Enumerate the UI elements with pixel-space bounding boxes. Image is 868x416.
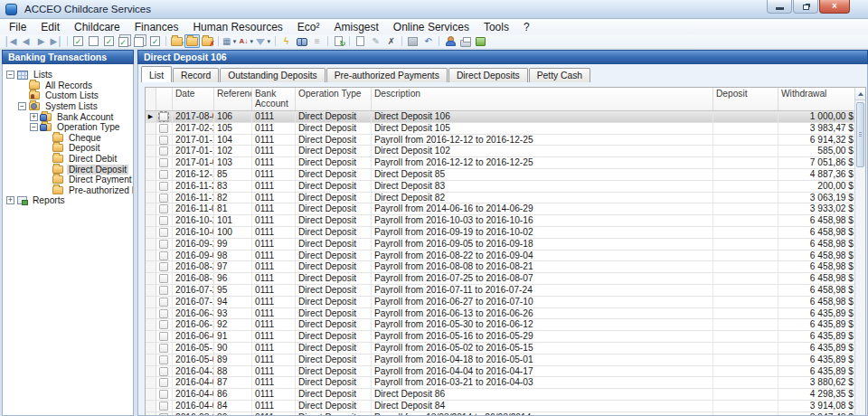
row-checkbox[interactable] bbox=[159, 158, 168, 167]
row-checkbox[interactable] bbox=[159, 194, 168, 203]
table-row[interactable]: 2017-02-231050111Direct DepositDirect De… bbox=[146, 123, 857, 135]
table-row[interactable]: ▶2017-08-081060111Direct DepositDirect D… bbox=[146, 111, 857, 123]
table-row[interactable]: 2016-09-22990111Direct DepositPayroll fr… bbox=[146, 239, 857, 251]
check-all-button[interactable]: ✓ bbox=[101, 34, 117, 48]
vertical-scrollbar[interactable] bbox=[854, 88, 865, 415]
row-checkbox[interactable] bbox=[159, 182, 168, 191]
row-checkbox[interactable] bbox=[159, 413, 168, 415]
find-button[interactable] bbox=[294, 34, 309, 48]
table-row[interactable]: 2016-04-21880111Direct DepositPayroll fr… bbox=[146, 366, 857, 378]
row-checkbox[interactable] bbox=[159, 136, 168, 145]
table-row[interactable]: 2016-08-25970111Direct DepositPayroll fr… bbox=[146, 261, 857, 273]
menu-edit[interactable]: Edit bbox=[33, 20, 67, 34]
table-row[interactable]: 2016-10-061000111Direct DepositPayroll f… bbox=[146, 227, 857, 239]
row-checkbox[interactable] bbox=[159, 112, 168, 121]
menu-childcare[interactable]: Childcare bbox=[67, 20, 127, 34]
table-row[interactable]: 2016-05-19900111Direct DepositPayroll fr… bbox=[146, 343, 857, 355]
copy-checked-button[interactable] bbox=[132, 34, 147, 48]
table-row[interactable]: 2016-11-03810111Direct DepositPayroll fr… bbox=[146, 203, 857, 215]
row-checkbox[interactable] bbox=[159, 228, 168, 237]
row-checkbox[interactable] bbox=[159, 286, 168, 295]
menu-amisgest[interactable]: Amisgest bbox=[327, 20, 386, 34]
view-grid-button[interactable]: ▦▼ bbox=[222, 34, 238, 48]
check-record-button[interactable]: ✓ bbox=[71, 34, 86, 48]
tree-item-direct-debit[interactable]: Direct Debit bbox=[3, 154, 133, 165]
row-checkbox[interactable] bbox=[159, 274, 168, 283]
expand-icon[interactable]: + bbox=[6, 196, 14, 204]
minimize-button[interactable] bbox=[767, 0, 792, 14]
row-checkbox[interactable] bbox=[159, 147, 168, 156]
table-row[interactable]: 2016-04-01840111Direct DepositDirect Dep… bbox=[146, 401, 857, 412]
row-checkbox[interactable] bbox=[159, 390, 168, 399]
delete-record-button[interactable]: ✗ bbox=[383, 34, 399, 48]
table-row[interactable]: 2016-12-15850111Direct DepositDirect Dep… bbox=[146, 169, 857, 181]
collapse-icon[interactable]: − bbox=[30, 123, 38, 131]
table-row[interactable]: 2016-06-16920111Direct DepositPayroll fr… bbox=[146, 319, 857, 331]
close-button[interactable]: × bbox=[819, 0, 850, 14]
check-multiple-button[interactable]: ✓ bbox=[117, 34, 132, 48]
filter-button[interactable]: ▼ bbox=[255, 34, 272, 48]
edit-record-button[interactable]: ✎ bbox=[368, 34, 383, 48]
tree-item-system-lists[interactable]: −System Lists bbox=[3, 101, 133, 112]
table-row[interactable]: 2016-11-17820111Direct DepositDirect Dep… bbox=[146, 193, 857, 204]
row-checkbox[interactable] bbox=[159, 170, 168, 179]
column-header-description[interactable]: Description bbox=[372, 88, 713, 110]
tree-item-pre-authorized-payment[interactable]: Pre-authorized Payment bbox=[3, 185, 133, 196]
tree-item-all-records[interactable]: All Records bbox=[3, 80, 133, 91]
undo-button[interactable]: ↶ bbox=[420, 34, 436, 48]
menu-file[interactable]: File bbox=[2, 20, 33, 34]
menu-online-services[interactable]: Online Services bbox=[386, 20, 476, 34]
tree-item-deposit[interactable]: Deposit bbox=[3, 143, 133, 154]
scroll-up-button[interactable] bbox=[855, 88, 865, 100]
table-row[interactable]: 2016-05-05890111Direct DepositPayroll fr… bbox=[146, 355, 857, 366]
table-row[interactable]: 2016-04-01860111Direct DepositDirect Dep… bbox=[146, 389, 857, 401]
expand-icon[interactable]: + bbox=[30, 113, 38, 121]
menu-eco[interactable]: Eco² bbox=[290, 20, 327, 34]
table-row[interactable]: 2016-11-22830111Direct DepositDirect Dep… bbox=[146, 181, 857, 193]
list-view-button[interactable]: ≡ bbox=[309, 34, 325, 48]
row-checkbox[interactable] bbox=[159, 251, 168, 260]
row-checkbox[interactable] bbox=[159, 344, 168, 353]
add-contact-button[interactable] bbox=[442, 34, 458, 48]
save-record-button[interactable] bbox=[405, 34, 420, 48]
table-row[interactable]: 2017-01-011030111Direct DepositPayroll f… bbox=[146, 157, 857, 169]
row-checkbox[interactable] bbox=[159, 309, 168, 318]
check-inverse-button[interactable]: ✓ bbox=[147, 34, 163, 48]
export-button[interactable] bbox=[473, 34, 488, 48]
column-header-deposit[interactable]: Deposit bbox=[713, 88, 778, 110]
print-button[interactable] bbox=[458, 34, 473, 48]
table-row[interactable]: 2016-07-14940111Direct DepositPayroll fr… bbox=[146, 297, 857, 308]
row-checkbox[interactable] bbox=[159, 332, 168, 341]
nav-first-button[interactable]: │◀ bbox=[3, 34, 18, 48]
menu-[interactable]: ? bbox=[516, 20, 537, 34]
row-checkbox[interactable] bbox=[159, 240, 168, 249]
nav-next-button[interactable]: ▶ bbox=[33, 34, 49, 48]
tree-item-reports[interactable]: +Reports bbox=[3, 195, 133, 206]
new-record-button[interactable] bbox=[353, 34, 368, 48]
tree-item-bank-account[interactable]: +Bank Account bbox=[3, 111, 133, 122]
filter-auto-button[interactable]: ϟ bbox=[278, 34, 294, 48]
table-row[interactable]: 2017-01-181040111Direct DepositPayroll f… bbox=[146, 135, 857, 147]
tab-outstanding-deposits[interactable]: Outstanding Deposits bbox=[220, 68, 325, 82]
row-checkbox[interactable] bbox=[159, 124, 168, 133]
column-header-reference[interactable]: Reference bbox=[214, 88, 252, 110]
row-checkbox[interactable] bbox=[159, 378, 168, 387]
sort-button[interactable]: A↓▼ bbox=[238, 34, 255, 48]
tab-petty-cash[interactable]: Petty Cash bbox=[529, 68, 590, 82]
scrollbar-thumb[interactable] bbox=[856, 102, 864, 167]
row-checkbox[interactable] bbox=[159, 402, 168, 411]
row-checkbox[interactable] bbox=[159, 298, 168, 307]
row-checkbox[interactable] bbox=[159, 367, 168, 376]
tree-item-direct-deposit[interactable]: Direct Deposit bbox=[3, 164, 133, 175]
folder-open-button[interactable] bbox=[184, 34, 200, 48]
row-checkbox[interactable] bbox=[159, 355, 168, 364]
column-header-bank-account[interactable]: Bank Account bbox=[252, 88, 296, 110]
tab-direct-deposits[interactable]: Direct Deposits bbox=[448, 68, 528, 82]
table-row[interactable]: 2016-06-02910111Direct DepositPayroll fr… bbox=[146, 331, 857, 343]
tree-item-operation-type[interactable]: −Operation Type bbox=[3, 122, 133, 133]
table-row[interactable]: 2016-10-201010111Direct DepositPayroll f… bbox=[146, 215, 857, 227]
tab-list[interactable]: List bbox=[141, 66, 172, 82]
table-row[interactable]: 2016-06-30930111Direct DepositPayroll fr… bbox=[146, 308, 857, 320]
tree-item-lists[interactable]: −Lists bbox=[3, 70, 133, 80]
collapse-icon[interactable]: − bbox=[6, 71, 14, 79]
